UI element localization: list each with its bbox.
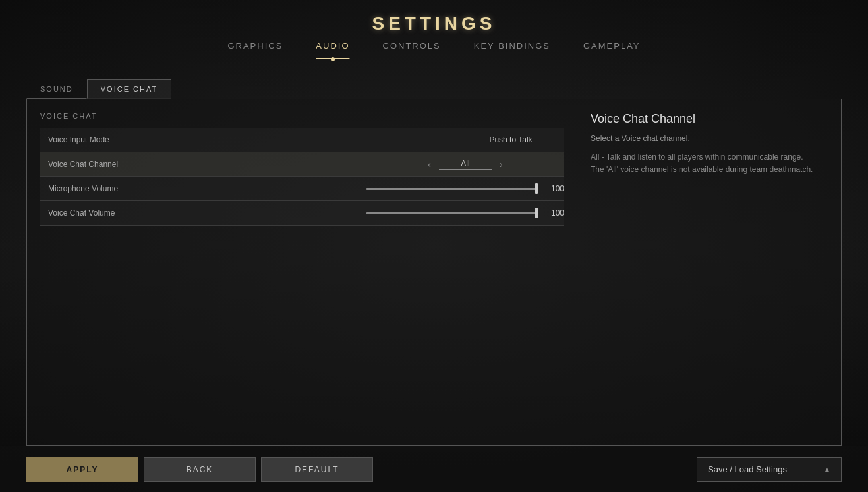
setting-row-voice-input-mode: Voice Input Mode Push to Talk	[40, 128, 564, 152]
tab-key-bindings[interactable]: KEY BINDINGS	[474, 41, 550, 59]
voice-chat-volume-label: Voice Chat Volume	[40, 208, 366, 218]
tab-gameplay[interactable]: GAMEPLAY	[583, 41, 641, 59]
chevron-up-icon: ▲	[824, 466, 830, 473]
sub-tab-voice-chat[interactable]: VOICE CHAT	[87, 79, 171, 99]
info-subtitle: Select a Voice chat channel.	[591, 134, 828, 143]
voice-chat-volume-fill	[366, 212, 538, 214]
tab-audio[interactable]: AUDIO	[316, 41, 349, 59]
voice-chat-volume-value: 100	[544, 208, 564, 218]
settings-panel: VOICE CHAT Voice Input Mode Push to Talk…	[26, 99, 842, 446]
default-button[interactable]: DEFAULT	[261, 457, 373, 482]
setting-row-voice-chat-volume: Voice Chat Volume 100	[40, 201, 564, 226]
footer-buttons: APPLY BACK DEFAULT	[26, 457, 373, 482]
channel-current-value: All	[439, 159, 492, 170]
voice-chat-volume-thumb[interactable]	[535, 208, 538, 218]
apply-button[interactable]: APPLY	[26, 457, 138, 482]
voice-chat-channel-label: Voice Chat Channel	[40, 160, 366, 169]
voice-input-mode-label: Voice Input Mode	[40, 135, 465, 144]
microphone-volume-fill	[366, 188, 538, 190]
tab-controls[interactable]: CONTROLS	[383, 41, 441, 59]
microphone-volume-track[interactable]	[366, 188, 538, 190]
setting-row-microphone-volume: Microphone Volume 100	[40, 177, 564, 201]
voice-chat-volume-track[interactable]	[366, 212, 538, 214]
tab-graphics[interactable]: GRAPHICS	[227, 41, 283, 59]
channel-prev-arrow[interactable]: ‹	[420, 159, 439, 169]
section-title: VOICE CHAT	[40, 112, 564, 120]
microphone-volume-thumb[interactable]	[535, 183, 538, 194]
sub-tab-sound[interactable]: SOUND	[26, 79, 87, 99]
active-tab-indicator	[331, 57, 335, 61]
main-nav: GRAPHICS AUDIO CONTROLS KEY BINDINGS GAM…	[0, 34, 868, 59]
settings-left: VOICE CHAT Voice Input Mode Push to Talk…	[40, 112, 564, 432]
channel-next-arrow[interactable]: ›	[492, 159, 511, 169]
save-load-button[interactable]: Save / Load Settings ▲	[697, 457, 842, 482]
page-title: SETTINGS	[0, 13, 868, 34]
microphone-volume-label: Microphone Volume	[40, 184, 366, 193]
info-title: Voice Chat Channel	[591, 112, 828, 126]
microphone-volume-value: 100	[544, 184, 564, 193]
voice-chat-volume-slider-container[interactable]: 100	[366, 208, 564, 218]
back-button[interactable]: BACK	[144, 457, 256, 482]
save-load-label: Save / Load Settings	[708, 464, 787, 474]
info-description: All - Talk and listen to all players wit…	[591, 151, 828, 176]
sub-tabs: SOUND VOICE CHAT	[26, 79, 842, 99]
microphone-volume-slider-container[interactable]: 100	[366, 184, 564, 193]
voice-chat-channel-control: ‹ All ›	[366, 159, 564, 170]
footer: APPLY BACK DEFAULT Save / Load Settings …	[0, 446, 868, 492]
header: SETTINGS GRAPHICS AUDIO CONTROLS KEY BIN…	[0, 0, 868, 66]
setting-row-voice-chat-channel: Voice Chat Channel ‹ All ›	[40, 152, 564, 177]
content-area: SOUND VOICE CHAT VOICE CHAT Voice Input …	[0, 66, 868, 446]
settings-right: Voice Chat Channel Select a Voice chat c…	[577, 112, 828, 432]
voice-input-mode-value: Push to Talk	[465, 135, 564, 144]
